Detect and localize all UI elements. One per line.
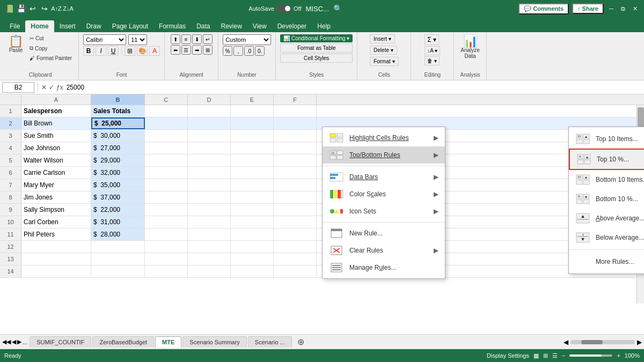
cell-c13[interactable]: [145, 253, 188, 265]
merge-cells-button[interactable]: ⊞: [203, 45, 213, 55]
menu-item-top-bottom-rules[interactable]: 10 Top/Bottom Rules ▶: [323, 146, 445, 164]
submenu-item-bottom10-items[interactable]: 10 Bottom 10 Items...: [569, 170, 644, 189]
search-icon[interactable]: 🔍: [333, 4, 343, 13]
cell-b8[interactable]: $ 37,000: [91, 191, 145, 203]
cell-d3[interactable]: [188, 130, 231, 142]
h-scroll-right[interactable]: ▶: [637, 338, 642, 346]
cell-f8[interactable]: [274, 191, 317, 203]
tab-page-layout[interactable]: Page Layout: [107, 20, 153, 32]
cell-e13[interactable]: [231, 253, 274, 265]
sheet-tab-mte[interactable]: MTE: [155, 336, 181, 348]
cell-e3[interactable]: [231, 130, 274, 142]
cell-b7[interactable]: $ 35,000: [91, 179, 145, 191]
number-format-select[interactable]: Custom General Number Currency Date: [223, 34, 271, 45]
menu-item-color-scales[interactable]: Color Scales ▶: [323, 186, 445, 203]
cell-a8[interactable]: Jim Jones: [21, 191, 91, 203]
align-center-button[interactable]: ☰: [181, 45, 191, 55]
col-header-f[interactable]: F: [274, 94, 317, 105]
cell-f3[interactable]: [274, 130, 317, 142]
cut-button[interactable]: ✂Cut: [27, 34, 74, 42]
cell-e1[interactable]: [231, 105, 274, 117]
tab-formulas[interactable]: Formulas: [153, 20, 191, 32]
sheet-tab-scenario-dots[interactable]: Scenario ...: [248, 336, 292, 348]
page-layout-view-icon[interactable]: ⊞: [543, 352, 548, 359]
borders-button[interactable]: ⊞: [125, 46, 135, 56]
autosum-button[interactable]: Σ ▾: [425, 34, 439, 45]
cell-c8[interactable]: [145, 191, 188, 203]
cell-a11[interactable]: Phil Peters: [21, 228, 91, 240]
h-scroll-left[interactable]: ◀: [564, 338, 568, 346]
cell-e4[interactable]: [231, 142, 274, 154]
cell-c12[interactable]: [145, 241, 188, 253]
cell-b9[interactable]: $ 22,000: [91, 204, 145, 216]
cell-b1[interactable]: Sales Totals: [91, 105, 145, 117]
submenu-item-bottom10-pct[interactable]: % Bottom 10 %...: [569, 189, 644, 209]
redo-icon[interactable]: ↪: [40, 4, 49, 13]
increase-decimal-button[interactable]: .0: [244, 46, 254, 56]
insert-cells-button[interactable]: Insert ▾: [370, 34, 395, 43]
confirm-formula-icon[interactable]: ✓: [49, 84, 54, 91]
restore-button[interactable]: ⧉: [619, 4, 627, 13]
cell-f13[interactable]: [274, 253, 317, 265]
cell-a5[interactable]: Walter Wilson: [21, 154, 91, 166]
submenu-item-top10-items[interactable]: 10 Top 10 Items...: [569, 129, 644, 149]
fill-button[interactable]: ↓A ▾: [425, 46, 440, 55]
align-bottom-button[interactable]: ⬇: [192, 34, 202, 44]
cell-f2[interactable]: [274, 117, 317, 129]
sheet-tab-sumif-countif[interactable]: SUMIF_COUNTIF: [30, 336, 91, 348]
cell-a6[interactable]: Carrie Carlson: [21, 167, 91, 179]
percent-button[interactable]: %: [223, 46, 232, 56]
cell-d9[interactable]: [188, 204, 231, 216]
cell-d11[interactable]: [188, 228, 231, 240]
display-settings-button[interactable]: Display Settings: [487, 352, 529, 359]
cell-c6[interactable]: [145, 167, 188, 179]
top-bottom-submenu[interactable]: 10 Top 10 Items...: [568, 127, 644, 274]
cell-a2[interactable]: Bill Brown: [21, 117, 91, 129]
close-button[interactable]: ✕: [631, 4, 640, 13]
format-as-table-button[interactable]: Format as Table: [280, 43, 353, 53]
col-header-e[interactable]: E: [231, 94, 274, 105]
cell-d1[interactable]: [188, 105, 231, 117]
align-left-button[interactable]: ⬅: [171, 45, 180, 55]
cell-b14[interactable]: [91, 265, 145, 277]
align-top-button[interactable]: ⬆: [171, 34, 180, 44]
minimize-button[interactable]: ─: [607, 4, 616, 13]
sheet-tab-scenario-summary[interactable]: Scenario Summary: [182, 336, 247, 348]
cell-e10[interactable]: [231, 216, 274, 228]
cell-e14[interactable]: [231, 265, 274, 277]
format-cells-button[interactable]: Format ▾: [370, 57, 398, 66]
wrap-text-button[interactable]: ↵: [203, 34, 213, 44]
decrease-decimal-button[interactable]: 0.: [255, 46, 265, 56]
cell-d10[interactable]: [188, 216, 231, 228]
cell-a3[interactable]: Sue Smith: [21, 130, 91, 142]
cell-reference-input[interactable]: [2, 82, 34, 93]
autosave-toggle-switch[interactable]: [276, 5, 291, 12]
cancel-formula-icon[interactable]: ✕: [41, 84, 47, 91]
submenu-item-below-average[interactable]: x̄ Below Average...: [569, 228, 644, 247]
cell-a7[interactable]: Mary Myer: [21, 179, 91, 191]
cell-e9[interactable]: [231, 204, 274, 216]
sheet-tab-zero-based-budget[interactable]: ZeroBasedBudget: [92, 336, 154, 348]
sort-asc-icon[interactable]: A↑Z: [52, 4, 61, 13]
col-header-c[interactable]: C: [145, 94, 188, 105]
underline-button[interactable]: U: [108, 46, 119, 56]
menu-item-icon-sets[interactable]: Icon Sets ▶: [323, 203, 445, 220]
tab-file[interactable]: File: [4, 20, 25, 32]
zoom-slider[interactable]: [569, 354, 612, 357]
italic-button[interactable]: I: [96, 46, 106, 56]
cell-f12[interactable]: [274, 241, 317, 253]
menu-item-new-rule[interactable]: New Rule...: [323, 225, 445, 242]
cell-f14[interactable]: [274, 265, 317, 277]
cell-c7[interactable]: [145, 179, 188, 191]
sheet-nav-next[interactable]: ▶: [17, 338, 21, 345]
copy-button[interactable]: ⧉Copy: [27, 44, 74, 53]
cell-b2[interactable]: $ 25,000: [91, 117, 145, 129]
format-painter-button[interactable]: 🖌Format Painter: [27, 54, 74, 62]
font-name-select[interactable]: Calibri: [83, 34, 126, 45]
cell-f10[interactable]: [274, 216, 317, 228]
cell-a4[interactable]: Joe Johnson: [21, 142, 91, 154]
tab-review[interactable]: Review: [215, 20, 247, 32]
paste-button[interactable]: 📋 Paste: [6, 34, 25, 54]
formula-input[interactable]: [65, 83, 642, 92]
col-header-d[interactable]: D: [188, 94, 231, 105]
